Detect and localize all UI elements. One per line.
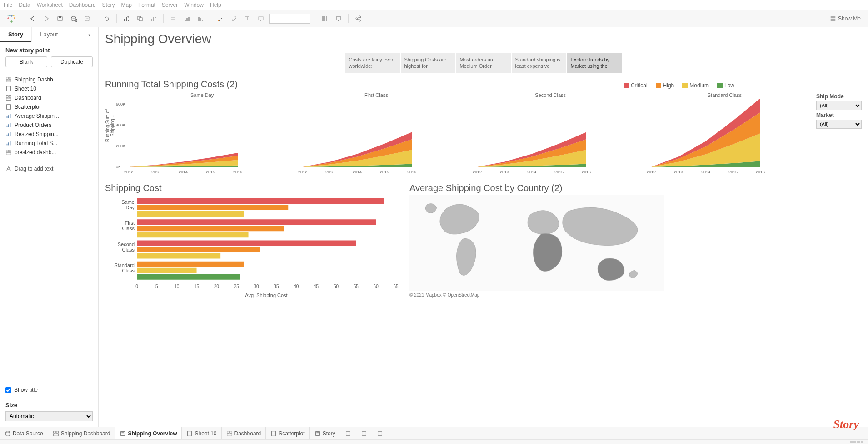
pause-button[interactable] (81, 13, 93, 25)
story-point[interactable]: Costs are fairly even worldwide: (345, 53, 400, 73)
menu-server[interactable]: Server (162, 2, 178, 8)
sheet-list-item[interactable]: Scatterplot (0, 102, 98, 111)
attach-button[interactable] (228, 13, 239, 25)
sheet-list-item[interactable]: Dashboard (0, 93, 98, 102)
area-chart-standard-class[interactable]: 20122013201420152016 (638, 99, 765, 176)
svg-text:200K: 200K (116, 144, 125, 148)
svg-point-2 (71, 16, 76, 18)
sort-desc-button[interactable] (195, 13, 206, 25)
svg-text:Avg. Shipping Cost: Avg. Shipping Cost (245, 293, 287, 298)
sheet-tab[interactable]: Sheet 10 (182, 427, 221, 439)
svg-rect-44 (7, 135, 8, 136)
sheet-tab[interactable]: Shipping Dashboard (48, 427, 115, 439)
legend-low[interactable]: Low (717, 82, 734, 89)
filter-market-select[interactable]: (All) (816, 120, 862, 129)
svg-rect-79 (137, 205, 288, 210)
svg-text:SameDay: SameDay (121, 199, 135, 210)
duplicate-button[interactable] (134, 13, 146, 25)
sheet-tab[interactable]: Dashboard (222, 427, 266, 439)
svg-rect-86 (137, 241, 356, 246)
menu-map[interactable]: Map (121, 2, 132, 8)
menu-window[interactable]: Window (184, 2, 204, 8)
menu-dashboard[interactable]: Dashboard (69, 2, 96, 8)
menu-file[interactable]: File (4, 2, 12, 8)
presentation-button[interactable] (333, 13, 344, 25)
menu-help[interactable]: Help (210, 2, 221, 8)
sort-asc-button[interactable] (181, 13, 193, 25)
highlight-button[interactable] (214, 13, 226, 25)
svg-rect-119 (272, 431, 276, 436)
menu-story[interactable]: Story (102, 2, 115, 8)
svg-text:20: 20 (214, 284, 219, 289)
new-story-point-label: New story point (0, 42, 98, 56)
legend-medium[interactable]: Medium (682, 82, 709, 89)
sheet-list-item[interactable]: presized dashb... (0, 148, 98, 157)
area-chart-second-class[interactable]: 20122013201420152016 (464, 99, 591, 176)
tab-story[interactable]: Story (0, 27, 31, 42)
filter-shipmode-select[interactable]: (All) (816, 101, 862, 110)
share-button[interactable] (352, 13, 364, 25)
filter-market-label: Market (816, 112, 862, 118)
drag-to-add-text[interactable]: Drag to add text (0, 160, 98, 382)
svg-text:2012: 2012 (472, 170, 481, 174)
undo-button[interactable] (27, 13, 39, 25)
clear-button[interactable] (148, 13, 160, 25)
sheet-tab[interactable]: Shipping Overview (115, 427, 182, 439)
area-chart-first-class[interactable]: 20122013201420152016 (289, 99, 416, 176)
size-label: Size (5, 402, 93, 409)
refresh-button[interactable] (101, 13, 113, 25)
sheet-list-item[interactable]: Average Shippin... (0, 111, 98, 121)
tab-layout[interactable]: Layout‹ (31, 27, 98, 42)
world-map[interactable] (409, 195, 664, 291)
sheet-list-item[interactable]: Sheet 10 (0, 84, 98, 93)
svg-rect-10 (151, 19, 152, 21)
swap-button[interactable] (167, 13, 179, 25)
menu-data[interactable]: Data (19, 2, 30, 8)
duplicate-button[interactable]: Duplicate (51, 56, 93, 67)
new-dashboard-icon[interactable] (356, 427, 372, 439)
text-button[interactable] (241, 13, 253, 25)
redo-button[interactable] (40, 13, 52, 25)
svg-text:400K: 400K (116, 123, 125, 127)
sheet-list-item[interactable]: Running Total S... (0, 139, 98, 148)
shipping-cost-barchart[interactable]: SameDayFirstClassSecondClassStandardClas… (105, 195, 400, 300)
new-story-icon[interactable] (372, 427, 388, 439)
new-data-button[interactable] (68, 13, 80, 25)
legend-high[interactable]: High (656, 82, 674, 89)
size-select[interactable]: Automatic (5, 411, 93, 421)
area-chart-same-day[interactable]: 0K200K400K600K20122013201420152016 (115, 99, 242, 176)
tooltip-button[interactable] (255, 13, 267, 25)
show-cards-button[interactable] (319, 13, 331, 25)
svg-rect-28 (831, 19, 833, 20)
sheet-list-item[interactable]: Shipping Dashb... (0, 75, 98, 84)
story-point[interactable]: Shipping Costs are highest for (401, 53, 455, 73)
save-button[interactable] (54, 13, 66, 25)
story-point[interactable]: Standard shipping is least expensive (512, 53, 566, 73)
svg-text:StandardClass: StandardClass (114, 262, 135, 273)
show-me-button[interactable]: Show Me (830, 15, 861, 22)
svg-text:2015: 2015 (554, 170, 563, 174)
legend-critical[interactable]: Critical (624, 82, 648, 89)
svg-rect-88 (137, 253, 220, 259)
fit-selector[interactable] (269, 14, 310, 24)
show-title-checkbox[interactable]: Show title (0, 382, 98, 398)
area-charts-row: Running Sum of Shipping .. Same Day0K200… (105, 91, 862, 177)
svg-text:2013: 2013 (674, 170, 683, 174)
svg-rect-50 (6, 150, 8, 152)
sheet-tab[interactable]: Data Source (0, 427, 48, 439)
menu-format[interactable]: Format (138, 2, 155, 8)
sheet-tab[interactable]: Scatterplot (266, 427, 309, 439)
sheet-list-item[interactable]: Product Orders (0, 121, 98, 130)
show-title-input[interactable] (5, 387, 11, 393)
svg-rect-43 (10, 123, 11, 127)
new-sheet-icon[interactable] (340, 427, 356, 439)
blank-button[interactable]: Blank (5, 56, 47, 67)
svg-rect-33 (7, 86, 11, 91)
svg-rect-82 (137, 219, 376, 225)
sheet-list-item[interactable]: Resized Shippin... (0, 130, 98, 139)
sheet-tab[interactable]: Story (310, 427, 340, 439)
story-point[interactable]: Explore trends by Market using the (567, 53, 622, 73)
menu-worksheet[interactable]: Worksheet (37, 2, 63, 8)
new-worksheet-button[interactable] (120, 13, 132, 25)
story-point[interactable]: Most orders are Medium Order (456, 53, 511, 73)
